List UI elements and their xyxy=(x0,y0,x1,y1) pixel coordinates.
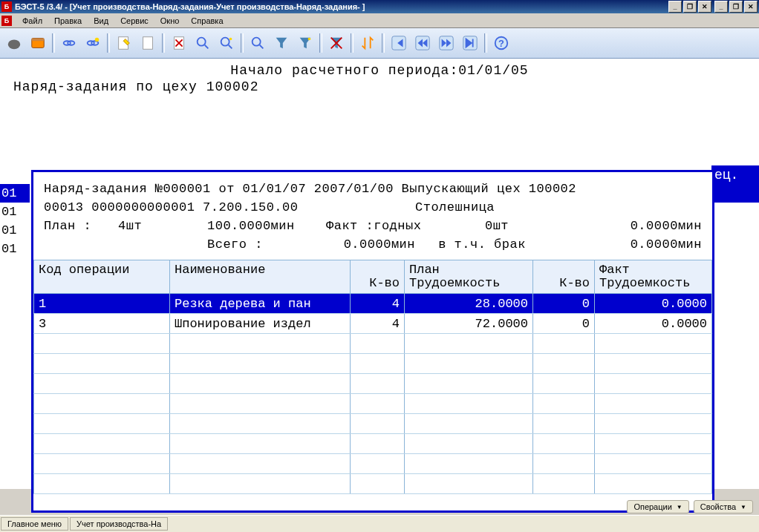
table-row[interactable]: 1Резка дерева и пан428.000000.0000 xyxy=(34,294,712,314)
detail-panel: Наряд-задания №000001 от 01/01/07 2007/0… xyxy=(31,170,714,513)
toolbar-nofilter-icon[interactable] xyxy=(325,32,348,54)
status-main[interactable]: Главное меню xyxy=(1,517,68,531)
toolbar-search3-icon[interactable] xyxy=(247,32,269,54)
app-icon: Б xyxy=(1,1,12,12)
svg-point-0 xyxy=(8,39,21,49)
svg-text:?: ? xyxy=(498,38,504,49)
dropdown-arrow-icon: ▼ xyxy=(677,504,683,510)
left-codes: 01 01 01 01 xyxy=(0,184,30,258)
mdi-close-button[interactable]: ✕ xyxy=(744,1,758,13)
table-row[interactable] xyxy=(34,474,712,494)
table-row[interactable] xyxy=(34,334,712,354)
table-row[interactable] xyxy=(34,394,712,414)
panel-line2-right: Столешница xyxy=(415,198,495,217)
toolbar-rock-icon[interactable] xyxy=(3,32,25,54)
menu-edit[interactable]: Правка xyxy=(48,15,88,27)
dropdown-arrow-icon: ▼ xyxy=(740,504,746,510)
titlebar: Б БЭСТ-5 /3.4/ - [Учет производства-Наря… xyxy=(0,0,759,13)
panel-line1: Наряд-задания №000001 от 01/01/07 2007/0… xyxy=(44,180,702,198)
toolbar-filter2-icon[interactable] xyxy=(294,32,316,54)
menubar: Б Файл Правка Вид Сервис Окно Справка xyxy=(0,13,759,28)
toolbar-help-icon[interactable]: ? xyxy=(490,32,512,54)
brak-time: 0.0000мин xyxy=(549,235,702,254)
left-code-row[interactable]: 01 xyxy=(0,221,30,240)
statusbar: Главное меню Учет производства-На xyxy=(0,515,759,532)
menu-icon: Б xyxy=(1,16,12,26)
table-row[interactable] xyxy=(34,414,712,434)
table-row[interactable] xyxy=(34,454,712,474)
th-fact[interactable]: ФактТрудоемкость xyxy=(595,260,712,294)
panel-line2-left: 00013 0000000000001 7.200.150.00 xyxy=(44,198,415,217)
selection-fragment xyxy=(714,184,759,203)
period-label: Начало расчетного периода:01/01/05 xyxy=(0,59,759,79)
fact-time: 0.0000мин xyxy=(549,217,702,235)
close-button[interactable]: ✕ xyxy=(698,1,711,13)
toolbar-next-icon[interactable] xyxy=(435,32,457,54)
toolbar-search2-icon[interactable] xyxy=(215,32,238,54)
th-qty2[interactable]: К-во xyxy=(533,260,595,294)
content-area: Начало расчетного периода:01/01/05 Наряд… xyxy=(0,59,759,489)
th-plan[interactable]: ПланТрудоемкость xyxy=(405,260,533,294)
toolbar: ? xyxy=(0,28,759,59)
svg-point-13 xyxy=(229,38,232,41)
plan-label: План : xyxy=(44,217,118,235)
toolbar-filter1-icon[interactable] xyxy=(270,32,293,54)
toolbar-link1-icon[interactable] xyxy=(58,32,80,54)
panel-header: Наряд-задания №000001 от 01/01/07 2007/0… xyxy=(33,172,712,260)
left-code-row[interactable]: 01 xyxy=(0,184,30,203)
toolbar-delete-icon[interactable] xyxy=(168,32,190,54)
table-row[interactable]: 3Шпонирование издел472.000000.0000 xyxy=(34,314,712,334)
menu-view[interactable]: Вид xyxy=(88,15,114,27)
th-code[interactable]: Код операции xyxy=(34,260,170,294)
svg-rect-2 xyxy=(32,39,45,42)
mdi-minimize-button[interactable]: _ xyxy=(714,1,728,13)
menu-window[interactable]: Окно xyxy=(154,15,186,27)
brak-label: в т.ч. брак xyxy=(415,235,549,254)
operations-table: Код операции Наименование К-во ПланТрудо… xyxy=(33,260,712,494)
menu-file[interactable]: Файл xyxy=(16,15,48,27)
column-fragment: ец. xyxy=(711,165,759,184)
minimize-button[interactable]: _ xyxy=(668,1,682,13)
total-label: Всего : xyxy=(207,235,296,254)
toolbar-sort-icon[interactable] xyxy=(356,32,379,54)
total-time: 0.0000мин xyxy=(296,235,415,254)
svg-point-11 xyxy=(198,38,206,46)
toolbar-edit-icon[interactable] xyxy=(113,32,135,54)
toolbar-search1-icon[interactable] xyxy=(192,32,214,54)
menu-help[interactable]: Справка xyxy=(185,15,229,27)
table-row[interactable] xyxy=(34,354,712,374)
svg-point-12 xyxy=(221,38,229,46)
subtitle-label: Наряд-задания по цеху 100002 xyxy=(0,79,759,102)
left-code-row[interactable]: 01 xyxy=(0,240,30,258)
fact-qty: 0шт xyxy=(445,217,549,235)
table-row[interactable] xyxy=(34,434,712,454)
svg-point-14 xyxy=(253,38,261,46)
window-title: БЭСТ-5 /3.4/ - [Учет производства-Наряд-… xyxy=(15,2,668,11)
svg-point-7 xyxy=(95,38,100,42)
mdi-restore-button[interactable]: ❐ xyxy=(729,1,743,13)
toolbar-prev-icon[interactable] xyxy=(411,32,434,54)
svg-point-15 xyxy=(308,38,311,41)
toolbar-link2-icon[interactable] xyxy=(82,32,104,54)
th-name[interactable]: Наименование xyxy=(170,260,351,294)
svg-rect-9 xyxy=(143,37,153,50)
toolbar-card-icon[interactable] xyxy=(27,32,49,54)
toolbar-new-icon[interactable] xyxy=(137,32,159,54)
th-qty[interactable]: К-во xyxy=(351,260,405,294)
fact-label: Факт :годных xyxy=(326,217,445,235)
left-code-row[interactable]: 01 xyxy=(0,203,30,221)
operations-button[interactable]: Операции▼ xyxy=(627,500,688,513)
restore-button[interactable]: ❐ xyxy=(683,1,697,13)
properties-button[interactable]: Свойства▼ xyxy=(694,500,753,513)
status-tab1[interactable]: Учет производства-На xyxy=(70,517,168,531)
plan-time: 100.0000мин xyxy=(207,217,326,235)
footer-buttons: Операции▼ Свойства▼ xyxy=(627,499,753,515)
table-row[interactable] xyxy=(34,374,712,394)
plan-qty: 4шт xyxy=(118,217,207,235)
toolbar-first-icon[interactable] xyxy=(388,32,410,54)
menu-service[interactable]: Сервис xyxy=(114,15,154,27)
toolbar-last-icon[interactable] xyxy=(459,32,481,54)
